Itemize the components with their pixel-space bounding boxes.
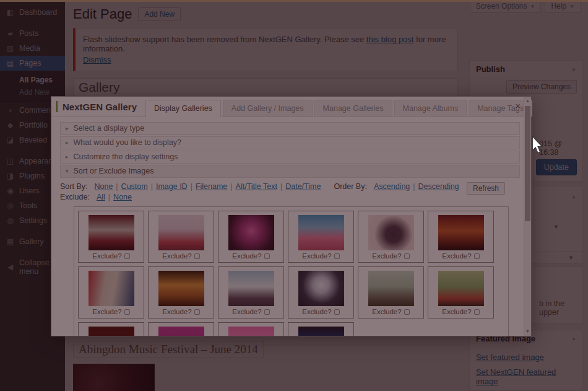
exclude-row: Exclude:All|None	[60, 193, 520, 201]
tab-manage-albums[interactable]: Manage Albums	[394, 100, 467, 116]
gallery-image-thumbnail	[89, 215, 134, 250]
tab-manage-galleries[interactable]: Manage Galleries	[314, 100, 392, 116]
accordion-what-would-you-like-to-display[interactable]: ▸What would you like to display?	[60, 136, 520, 149]
sort-panel: Sort By:None|Custom|Image ID|Filename|Al…	[60, 182, 520, 203]
exclude-checkbox[interactable]	[474, 253, 480, 259]
accordion-customize-the-display-settings[interactable]: ▸Customize the display settings	[60, 151, 520, 164]
image-cell: Exclude?	[78, 211, 144, 263]
image-cell: Exclude?	[428, 211, 494, 263]
gallery-image-thumbnail	[158, 215, 204, 250]
exclude-none[interactable]: None	[113, 193, 132, 201]
exclude-checkbox[interactable]	[194, 253, 200, 259]
gallery-image-thumbnail	[298, 215, 344, 250]
scroll-up-icon[interactable]: ▲	[524, 97, 531, 105]
separator: |	[191, 182, 192, 191]
exclude-label: Exclude:	[60, 193, 90, 201]
exclude-control: Exclude?	[79, 252, 144, 260]
exclude-question-label: Exclude?	[232, 308, 261, 315]
exclude-checkbox[interactable]	[124, 253, 130, 259]
accordion-label: What would you like to display?	[74, 137, 181, 149]
exclude-control: Exclude?	[218, 308, 283, 315]
gallery-image-thumbnail	[158, 271, 204, 306]
tab-manage-tags[interactable]: Manage Tags	[469, 100, 532, 116]
gallery-image-thumbnail	[298, 327, 344, 336]
gallery-image-thumbnail	[368, 215, 414, 250]
screen: ◧Dashboard▰Posts▨Media▤PagesAll PagesAdd…	[0, 0, 588, 391]
exclude-all[interactable]: All	[97, 193, 105, 201]
tab-add-gallery-images[interactable]: Add Gallery / Images	[223, 100, 313, 116]
image-cell: Exclude?	[358, 211, 424, 263]
exclude-control: Exclude?	[288, 252, 353, 260]
scroll-down-icon[interactable]: ▼	[524, 327, 531, 336]
sort-by-custom[interactable]: Custom	[121, 182, 148, 191]
gallery-image-thumbnail	[298, 271, 344, 306]
scrollbar-thumb[interactable]	[525, 106, 530, 221]
exclude-question-label: Exclude?	[232, 252, 261, 260]
exclude-control: Exclude?	[218, 252, 283, 260]
exclude-control: Exclude?	[428, 308, 493, 315]
exclude-question-label: Exclude?	[442, 308, 471, 315]
image-cell: Exclude?	[218, 266, 284, 319]
modal-body: ▸Select a display type▸What would you li…	[51, 118, 524, 336]
exclude-question-label: Exclude?	[92, 308, 121, 315]
exclude-checkbox[interactable]	[334, 309, 340, 315]
order-by-ascending[interactable]: Ascending	[374, 182, 410, 191]
exclude-question-label: Exclude?	[162, 252, 191, 260]
exclude-control: Exclude?	[428, 252, 493, 260]
separator: |	[230, 182, 232, 191]
exclude-checkbox[interactable]	[334, 253, 340, 259]
accordion-sort-or-exclude-images[interactable]: ▾Sort or Exclude Images	[60, 165, 520, 178]
tab-display-galleries[interactable]: Display Galleries	[145, 100, 221, 117]
exclude-checkbox[interactable]	[264, 309, 270, 315]
sort-by-date-time[interactable]: Date/Time	[285, 182, 321, 191]
gallery-image-thumbnail	[89, 327, 134, 336]
image-cell: Exclude?	[358, 266, 424, 319]
exclude-control: Exclude?	[149, 252, 214, 260]
exclude-checkbox[interactable]	[404, 253, 410, 259]
gallery-image-thumbnail	[438, 271, 484, 306]
exclude-control: Exclude?	[358, 252, 423, 260]
image-cell: Exclude?	[148, 266, 214, 319]
exclude-question-label: Exclude?	[302, 308, 331, 315]
refresh-button[interactable]: Refresh	[467, 182, 505, 195]
image-cell: Exclude?	[288, 211, 354, 263]
exclude-question-label: Exclude?	[372, 308, 401, 315]
image-cell: Exclude?	[288, 266, 354, 319]
sort-by-none[interactable]: None	[94, 182, 113, 191]
sort-by-image-id[interactable]: Image ID	[156, 182, 188, 191]
nextgen-gallery-modal: NextGEN Gallery Display GalleriesAdd Gal…	[51, 96, 532, 336]
exclude-checkbox[interactable]	[404, 309, 410, 315]
accordion-label: Customize the display settings	[74, 151, 178, 163]
sort-by-row: Sort By:None|Custom|Image ID|Filename|Al…	[60, 182, 520, 191]
separator: |	[280, 182, 282, 191]
caret-right-icon: ▸	[66, 137, 69, 149]
separator: |	[413, 182, 415, 191]
exclude-checkbox[interactable]	[264, 253, 270, 259]
image-cell: Exclude?	[218, 322, 284, 336]
gallery-image-thumbnail	[368, 271, 414, 306]
separator: |	[151, 182, 153, 191]
exclude-control: Exclude?	[79, 308, 144, 315]
caret-right-icon: ▸	[66, 123, 69, 134]
exclude-control: Exclude?	[149, 308, 214, 315]
accordion-select-a-display-type[interactable]: ▸Select a display type	[60, 122, 520, 135]
gallery-image-thumbnail	[228, 327, 274, 336]
exclude-checkbox[interactable]	[474, 309, 480, 315]
sort-by-alt-title-text[interactable]: Alt/Title Text	[236, 182, 277, 191]
image-cell: Exclude?	[148, 322, 214, 336]
exclude-checkbox[interactable]	[194, 309, 200, 315]
modal-header: NextGEN Gallery Display GalleriesAdd Gal…	[51, 97, 531, 117]
order-by-descending[interactable]: Descending	[418, 182, 459, 191]
gallery-image-thumbnail	[228, 215, 274, 250]
exclude-question-label: Exclude?	[302, 252, 331, 260]
exclude-control: Exclude?	[288, 308, 353, 315]
exclude-question-label: Exclude?	[372, 252, 401, 260]
sort-by-filename[interactable]: Filename	[196, 182, 227, 191]
exclude-checkbox[interactable]	[124, 309, 130, 315]
exclude-question-label: Exclude?	[442, 252, 471, 260]
close-icon[interactable]: ×	[515, 101, 521, 110]
modal-tabs: Display GalleriesAdd Gallery / ImagesMan…	[145, 99, 532, 116]
mouse-cursor	[531, 136, 543, 154]
image-cell: Exclude?	[148, 211, 214, 263]
exclude-control: Exclude?	[358, 308, 423, 315]
